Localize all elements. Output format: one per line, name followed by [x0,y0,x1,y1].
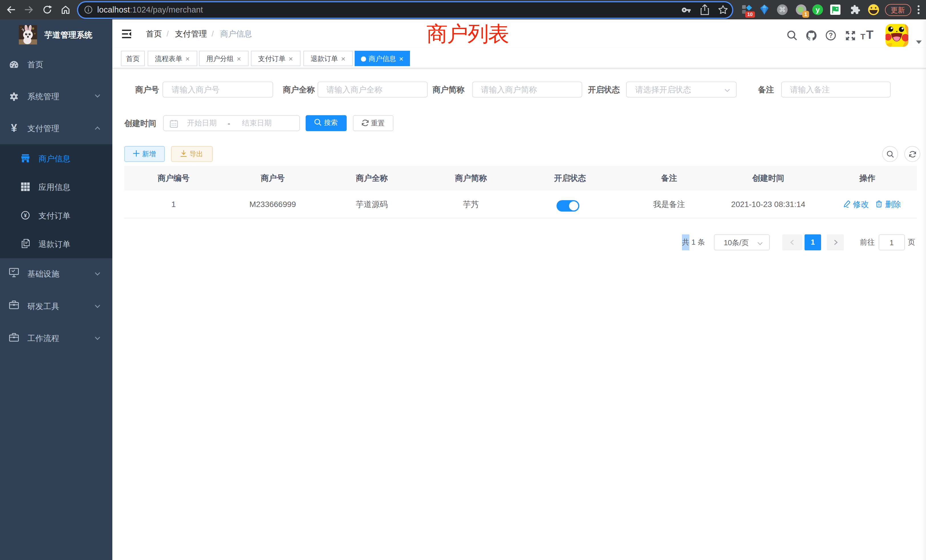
svg-text:¥: ¥ [24,213,27,218]
svg-text:y: y [816,5,820,14]
svg-text:⌘: ⌘ [779,6,786,14]
svg-text:?: ? [829,32,832,39]
